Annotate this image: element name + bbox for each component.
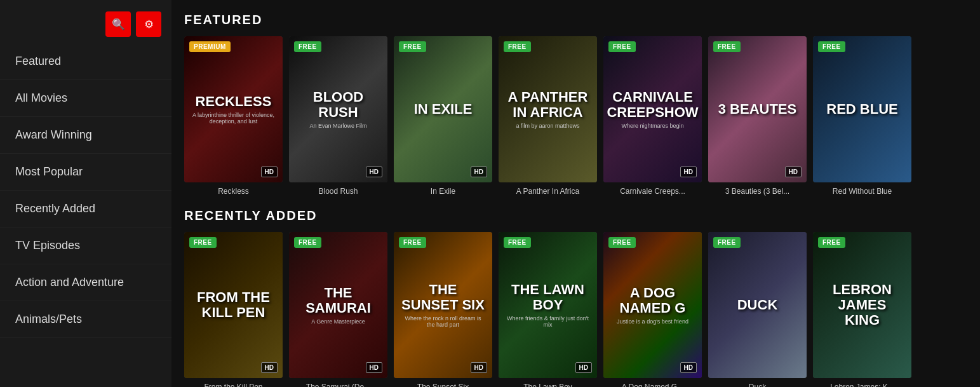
badge-3beauties: FREE — [713, 41, 741, 52]
movie-card-red-blue[interactable]: RED BLUEFREERed Without Blue — [813, 36, 911, 196]
poster-big-text-red-blue: RED BLUE — [826, 102, 897, 117]
poster-big-text-duck: DUCK — [737, 297, 778, 313]
hd-badge-kill-pen: HD — [261, 362, 278, 373]
logo — [10, 24, 13, 25]
movie-title-samurai: The Samurai (De... — [289, 383, 387, 387]
movie-card-lawn-boy[interactable]: THE LAWN BOYWhere friends & family just … — [499, 232, 597, 387]
badge-lebron: FREE — [818, 237, 845, 248]
sidebar-item-most-popular[interactable]: Most Popular — [0, 154, 171, 191]
hd-badge-carnivale: HD — [680, 166, 697, 177]
hd-badge-dog-named: HD — [680, 362, 697, 373]
hd-badge-blood-rush: HD — [366, 166, 382, 177]
movie-card-samurai[interactable]: THE SAMURAIA Genre MasterpieceFREEHDThe … — [289, 232, 387, 387]
poster-big-text-3beauties: 3 BEAUTES — [718, 102, 796, 117]
movies-grid-recently-added: FROM THE KILL PENFREEHDFrom the Kill Pen… — [184, 232, 967, 387]
main-nav: FeaturedAll MoviesAward WinningMost Popu… — [0, 43, 171, 338]
section-featured: FEATUREDRECKLESSA labyrinthine thriller … — [184, 13, 967, 196]
sidebar-icon-group: 🔍 ⚙ — [105, 11, 161, 37]
badge-blood-rush: FREE — [294, 41, 321, 52]
movie-title-sunset-six: The Sunset Six — [394, 383, 492, 387]
movies-grid-featured: RECKLESSA labyrinthine thriller of viole… — [184, 36, 967, 196]
movie-card-blood-rush[interactable]: BLOOD RUSHAn Evan Marlowe FilmFREEHDBloo… — [289, 36, 387, 196]
movie-card-kill-pen[interactable]: FROM THE KILL PENFREEHDFrom the Kill Pen — [184, 232, 283, 387]
movie-card-carnivale[interactable]: CARNIVALE CREEPSHOWWhere nightmares begi… — [603, 36, 702, 196]
hd-badge-lawn-boy: HD — [575, 362, 592, 373]
poster-small-text-samurai: A Genre Masterpiece — [311, 318, 365, 325]
movie-title-dog-named: A Dog Named G... — [603, 383, 702, 387]
hd-badge-samurai: HD — [366, 362, 382, 373]
movie-card-duck[interactable]: DUCKFREEDuck — [708, 232, 807, 387]
poster-small-text-blood-rush: An Evan Marlowe Film — [309, 123, 366, 129]
poster-small-text-sunset-six: Where the rock n roll dream is the hard … — [400, 315, 486, 328]
section-recently-added: RECENTLY ADDEDFROM THE KILL PENFREEHDFro… — [184, 208, 967, 387]
sidebar-header: 🔍 ⚙ — [0, 0, 171, 43]
badge-sunset-six: FREE — [399, 237, 426, 248]
hd-badge-reckless: HD — [261, 166, 278, 177]
poster-big-text-carnivale: CARNIVALE CREEPSHOW — [607, 90, 698, 120]
badge-kill-pen: FREE — [189, 237, 217, 248]
poster-small-text-panther-africa: a film by aaron matthews — [516, 123, 579, 129]
poster-big-text-panther-africa: A PANTHER IN AFRICA — [505, 90, 591, 120]
sidebar: 🔍 ⚙ FeaturedAll MoviesAward WinningMost … — [0, 0, 171, 387]
movie-card-panther-africa[interactable]: A PANTHER IN AFRICAa film by aaron matth… — [499, 36, 597, 196]
movie-title-carnivale: Carnivale Creeps... — [603, 187, 702, 196]
badge-duck: FREE — [713, 237, 741, 248]
movie-card-sunset-six[interactable]: THE SUNSET SIXWhere the rock n roll drea… — [394, 232, 492, 387]
hd-badge-sunset-six: HD — [471, 362, 487, 373]
badge-samurai: FREE — [294, 237, 321, 248]
poster-big-text-lebron: LEBRON JAMES KING — [819, 282, 905, 329]
section-title-featured: FEATURED — [184, 13, 967, 27]
settings-button[interactable]: ⚙ — [136, 11, 161, 37]
hd-badge-3beauties: HD — [785, 166, 802, 177]
sidebar-item-tv-episodes[interactable]: TV Episodes — [0, 227, 171, 264]
poster-small-text-dog-named: Justice is a dog's best friend — [617, 318, 688, 325]
movie-title-panther-africa: A Panther In Africa — [499, 187, 597, 196]
sidebar-item-action-adventure[interactable]: Action and Adventure — [0, 264, 171, 301]
movie-title-kill-pen: From the Kill Pen — [184, 383, 283, 387]
movie-title-lebron: Lebron James: K... — [813, 383, 911, 387]
badge-reckless: PREMIUM — [189, 41, 231, 52]
poster-small-text-lawn-boy: Where friends & family just don't mix — [505, 315, 591, 328]
hd-badge-in-exile: HD — [471, 166, 487, 177]
badge-dog-named: FREE — [608, 237, 636, 248]
poster-big-text-reckless: RECKLESS — [196, 94, 272, 109]
movie-title-blood-rush: Blood Rush — [289, 187, 387, 196]
movie-card-3beauties[interactable]: 3 BEAUTESFREEHD3 Beauties (3 Bel... — [708, 36, 807, 196]
sidebar-item-featured[interactable]: Featured — [0, 43, 171, 80]
movie-title-red-blue: Red Without Blue — [813, 187, 911, 196]
badge-red-blue: FREE — [818, 41, 845, 52]
search-button[interactable]: 🔍 — [105, 11, 131, 37]
poster-big-text-kill-pen: FROM THE KILL PEN — [191, 290, 276, 320]
movie-title-reckless: Reckless — [184, 187, 283, 196]
sidebar-item-animals-pets[interactable]: Animals/Pets — [0, 301, 171, 338]
poster-big-text-samurai: THE SAMURAI — [295, 285, 381, 316]
movie-title-lawn-boy: The Lawn Boy — [499, 383, 597, 387]
main-content: FEATUREDRECKLESSA labyrinthine thriller … — [171, 0, 980, 387]
movie-card-reckless[interactable]: RECKLESSA labyrinthine thriller of viole… — [184, 36, 283, 196]
poster-small-text-carnivale: Where nightmares begin — [621, 123, 683, 129]
sidebar-item-award-winning[interactable]: Award Winning — [0, 117, 171, 154]
poster-big-text-dog-named: A DOG NAMED G — [610, 285, 695, 316]
badge-lawn-boy: FREE — [504, 237, 531, 248]
poster-big-text-in-exile: IN EXILE — [414, 102, 473, 117]
movie-card-in-exile[interactable]: IN EXILEFREEHDIn Exile — [394, 36, 492, 196]
badge-carnivale: FREE — [608, 41, 636, 52]
poster-big-text-sunset-six: THE SUNSET SIX — [400, 282, 486, 313]
movie-title-duck: Duck — [708, 383, 807, 387]
sidebar-item-recently-added[interactable]: Recently Added — [0, 191, 171, 227]
badge-in-exile: FREE — [399, 41, 426, 52]
poster-big-text-lawn-boy: THE LAWN BOY — [505, 282, 591, 313]
poster-big-text-blood-rush: BLOOD RUSH — [295, 90, 381, 120]
section-title-recently-added: RECENTLY ADDED — [184, 208, 967, 223]
sidebar-item-all-movies[interactable]: All Movies — [0, 80, 171, 117]
movie-card-dog-named[interactable]: A DOG NAMED GJustice is a dog's best fri… — [603, 232, 702, 387]
movie-title-in-exile: In Exile — [394, 187, 492, 196]
movie-card-lebron[interactable]: LEBRON JAMES KINGFREELebron James: K... — [813, 232, 911, 387]
poster-small-text-reckless: A labyrinthine thriller of violence, dec… — [191, 112, 276, 125]
badge-panther-africa: FREE — [504, 41, 531, 52]
movie-title-3beauties: 3 Beauties (3 Bel... — [708, 187, 807, 196]
